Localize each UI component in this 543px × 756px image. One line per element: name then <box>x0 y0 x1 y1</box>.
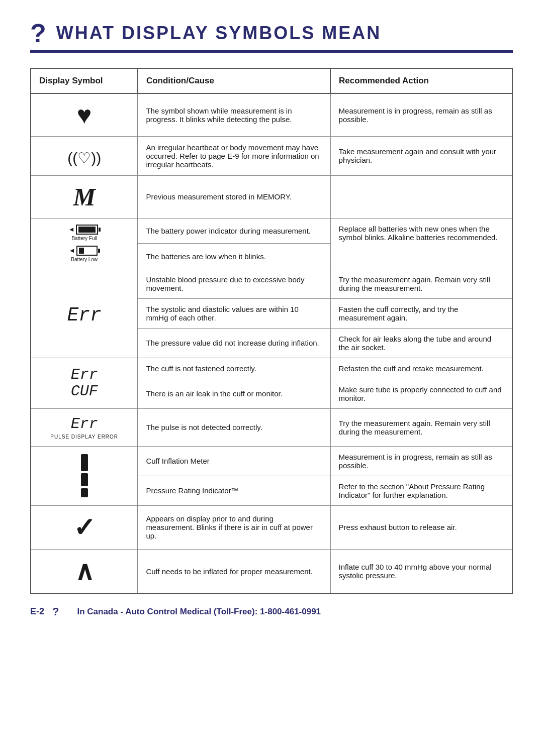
action-chevron-up: Inflate cuff 30 to 40 mmHg above your no… <box>330 550 512 594</box>
action-err-cuf-1: Refasten the cuff and retake measurement… <box>330 358 512 379</box>
condition-err-pulse: The pulse is not detected correctly. <box>138 408 330 446</box>
condition-err-cuf-1: The cuff is not fastened correctly. <box>138 358 330 379</box>
action-err-2: Fasten the cuff correctly, and try the m… <box>330 298 512 328</box>
col-header-symbol: Display Symbol <box>31 68 138 93</box>
footer-contact: In Canada - Auto Control Medical (Toll-F… <box>77 607 321 617</box>
symbol-err-cuf: Err CUF <box>31 358 138 408</box>
symbol-chevron-up: ∧ <box>31 550 138 594</box>
table-row: M Previous measurement stored in MEMORY. <box>31 175 512 218</box>
table-row: ◄ Battery Full ◄ <box>31 218 512 244</box>
action-battery: Replace all batteries with new ones when… <box>330 218 512 269</box>
table-row: ((♡)) An irregular heartbeat or body mov… <box>31 137 512 176</box>
symbol-err-pulse: Err PULSE DISPLAY ERROR <box>31 408 138 446</box>
symbol-err: Err <box>31 269 138 358</box>
action-chevron-down: Press exhaust button to release air. <box>330 505 512 549</box>
page-title: WHAT DISPLAY SYMBOLS MEAN <box>56 23 381 44</box>
condition-cuff-1: Cuff Inflation Meter <box>138 446 330 476</box>
action-cuff-2: Refer to the section "About Pressure Rat… <box>330 476 512 505</box>
condition-battery-low: The batteries are low when it blinks. <box>138 244 330 269</box>
symbols-table: Display Symbol Condition/Cause Recommend… <box>30 68 513 594</box>
footer-question-icon: ? <box>52 606 59 617</box>
table-row: Cuff Inflation Meter Measurement is in p… <box>31 446 512 476</box>
table-row: Err PULSE DISPLAY ERROR The pulse is not… <box>31 408 512 446</box>
header-question-icon: ? <box>30 20 46 46</box>
page-header: ? WHAT DISPLAY SYMBOLS MEAN <box>30 20 513 46</box>
condition-err-1: Unstable blood pressure due to excessive… <box>138 269 330 298</box>
condition-err-cuf-2: There is an air leak in the cuff or moni… <box>138 379 330 408</box>
action-memory <box>330 175 512 218</box>
symbol-memory-m: M <box>31 175 138 218</box>
condition-irregular-heart: An irregular heartbeat or body movement … <box>138 137 330 176</box>
condition-chevron-down: Appears on display prior to and during m… <box>138 505 330 549</box>
action-err-pulse: Try the measurement again. Remain very s… <box>330 408 512 446</box>
condition-heart-solid: The symbol shown while measurement is in… <box>138 93 330 137</box>
condition-err-3: The pressure value did not increase duri… <box>138 328 330 358</box>
action-irregular-heart: Take measurement again and consult with … <box>330 137 512 176</box>
action-heart-solid: Measurement is in progress, remain as st… <box>330 93 512 137</box>
col-header-condition: Condition/Cause <box>138 68 330 93</box>
condition-cuff-2: Pressure Rating Indicator™ <box>138 476 330 505</box>
table-row: Err CUF The cuff is not fastened correct… <box>31 358 512 379</box>
symbol-battery: ◄ Battery Full ◄ <box>31 218 138 269</box>
footer-page-number: E-2 <box>30 606 44 617</box>
condition-err-2: The systolic and diastolic values are wi… <box>138 298 330 328</box>
table-row: Err Unstable blood pressure due to exces… <box>31 269 512 298</box>
page-footer: E-2 ? In Canada - Auto Control Medical (… <box>30 606 513 617</box>
col-header-action: Recommended Action <box>330 68 512 93</box>
symbol-cuff-meter <box>31 446 138 505</box>
action-err-cuf-2: Make sure tube is properly connected to … <box>330 379 512 408</box>
symbol-heart-solid: ♥ <box>31 93 138 137</box>
action-err-1: Try the measurement again. Remain very s… <box>330 269 512 298</box>
action-cuff-1: Measurement is in progress, remain as st… <box>330 446 512 476</box>
header-underline <box>30 50 513 53</box>
action-err-3: Check for air leaks along the tube and a… <box>330 328 512 358</box>
table-row: ∧ Cuff needs to be inflated for proper m… <box>31 550 512 594</box>
condition-chevron-up: Cuff needs to be inflated for proper mea… <box>138 550 330 594</box>
condition-memory: Previous measurement stored in MEMORY. <box>138 175 330 218</box>
symbol-chevron-down: ✓ <box>31 505 138 549</box>
condition-battery-full: The battery power indicator during measu… <box>138 218 330 244</box>
table-row: ♥ The symbol shown while measurement is … <box>31 93 512 137</box>
table-row: ✓ Appears on display prior to and during… <box>31 505 512 549</box>
symbol-irregular-heart: ((♡)) <box>31 137 138 176</box>
